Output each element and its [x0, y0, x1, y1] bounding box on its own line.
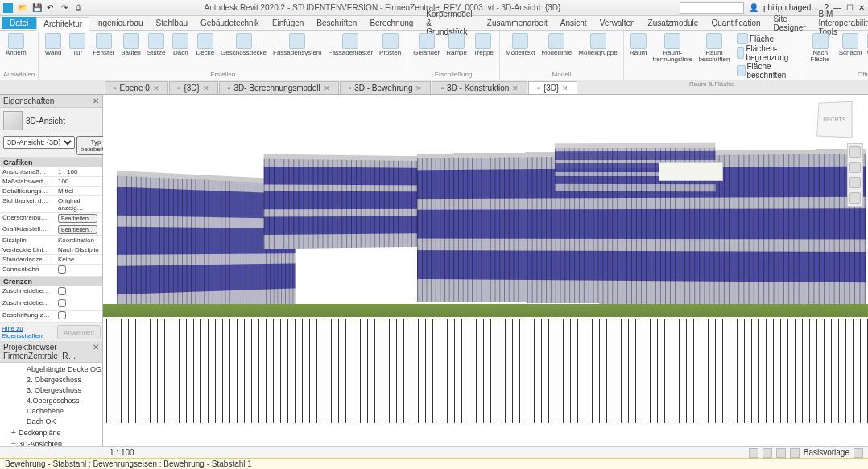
ribbon-tool[interactable]: Modelllinie: [539, 32, 574, 57]
navigation-bar[interactable]: [847, 143, 863, 207]
close-tab-icon[interactable]: ✕: [512, 84, 519, 93]
view-tab[interactable]: ▫{3D}✕: [169, 81, 218, 94]
file-menu[interactable]: Datei: [2, 17, 36, 29]
open-icon[interactable]: 📂: [18, 3, 27, 13]
template-label[interactable]: Basisvorlage: [804, 448, 849, 458]
zoom-icon[interactable]: [849, 177, 861, 188]
property-row[interactable]: Überschreibu…Bearbeiten…: [0, 213, 102, 224]
ribbon-tool[interactable]: Rampe: [444, 32, 469, 57]
tree-node[interactable]: Dach OK: [2, 417, 101, 427]
orbit-icon[interactable]: [849, 192, 861, 204]
ribbon-tool[interactable]: Pfosten: [377, 32, 403, 57]
ribbon-tab[interactable]: Stahlbau: [150, 17, 194, 29]
ribbon-tab[interactable]: Gebäudetechnik: [194, 17, 266, 29]
tree-node[interactable]: 2. Obergeschoss: [2, 375, 101, 385]
property-row[interactable]: Zuschneidebe…: [0, 286, 102, 298]
ribbon-tab[interactable]: Architektur: [36, 17, 89, 31]
tree-node[interactable]: Abgehängte Decke OG1: [2, 364, 101, 375]
ribbon-tool[interactable]: Schacht: [839, 32, 862, 64]
property-row[interactable]: Ansichtsmaß…1 : 100: [0, 167, 102, 177]
properties-help-link[interactable]: Hilfe zu Eigenschaften: [2, 325, 57, 339]
property-row[interactable]: Verdeckte Lini…Nach Disziplin: [0, 245, 102, 255]
ribbon-tool-small[interactable]: Fläche: [737, 33, 774, 44]
ribbon-tab[interactable]: Zusatzmodule: [642, 17, 705, 29]
sun-path-icon[interactable]: [763, 448, 772, 458]
ribbon-tool[interactable]: Wand: [42, 32, 64, 57]
ribbon-tab[interactable]: Berechnung: [363, 17, 420, 29]
ribbon-tab[interactable]: Ansicht: [554, 17, 593, 29]
close-tab-icon[interactable]: ✕: [203, 84, 209, 93]
property-row[interactable]: Maßstabswert…100: [0, 177, 102, 187]
ribbon-tool[interactable]: Nach Fläche: [804, 32, 837, 64]
quick-access-toolbar[interactable]: 📂 💾 ↶ ↷ ⎙: [3, 3, 85, 13]
ribbon-tool-small[interactable]: Fläche beschriften: [737, 62, 794, 80]
user-name[interactable]: philipp.haged…: [763, 3, 820, 12]
ribbon-tab[interactable]: Beschriften: [310, 17, 363, 29]
property-row[interactable]: Detaillierungs…Mittel: [0, 187, 102, 196]
tree-node[interactable]: 4.Obergeschoss: [2, 396, 101, 406]
view-scale[interactable]: 1 : 100: [110, 448, 134, 457]
ribbon-tool[interactable]: Fassadensystem: [271, 32, 324, 57]
ribbon-tab[interactable]: Zusammenarbeit: [481, 17, 554, 29]
instance-selector[interactable]: 3D-Ansicht: {3D}: [3, 136, 75, 149]
print-icon[interactable]: ⎙: [76, 3, 85, 13]
view-tab[interactable]: ▫3D- Berechnungsmodell✕: [219, 81, 339, 94]
ribbon-tool[interactable]: Fenster: [90, 32, 117, 57]
ribbon-tab[interactable]: Ingenieurbau: [89, 17, 149, 29]
redo-icon[interactable]: ↷: [61, 3, 71, 13]
save-icon[interactable]: 💾: [32, 3, 42, 13]
ribbon-tool[interactable]: Geschossdecke: [218, 32, 269, 57]
property-row[interactable]: Grafikdarstell…Bearbeiten…: [0, 224, 102, 236]
crop-icon[interactable]: [790, 448, 800, 458]
user-icon[interactable]: 👤: [749, 3, 758, 12]
ribbon-tool-small[interactable]: Flächen- begrenzung: [737, 44, 794, 62]
property-row[interactable]: DisziplinKoordination: [0, 236, 102, 245]
close-properties-icon[interactable]: ✕: [93, 97, 99, 105]
pan-icon[interactable]: [849, 162, 861, 173]
ribbon-tab[interactable]: Verwalten: [593, 17, 642, 29]
apply-button[interactable]: Anwenden: [57, 325, 101, 339]
ribbon-tool[interactable]: Wand: [864, 32, 868, 64]
3d-viewport[interactable]: RECHTS: [103, 95, 868, 453]
ribbon-tab[interactable]: Quantification: [705, 17, 767, 29]
shadows-icon[interactable]: [776, 448, 786, 458]
project-browser[interactable]: Abgehängte Decke OG12. Obergeschoss3. Ob…: [0, 363, 102, 453]
property-row[interactable]: Standardanzei…Keine: [0, 255, 102, 265]
search-input[interactable]: [680, 2, 744, 14]
property-row[interactable]: Beschriftung z…: [0, 311, 102, 323]
ribbon-tool[interactable]: Raum: [627, 32, 650, 80]
tree-node[interactable]: 3. Obergeschoss: [2, 385, 101, 396]
view-tab[interactable]: ▫Ebene 0✕: [105, 81, 168, 94]
ribbon-tool[interactable]: Tür: [66, 32, 89, 57]
steering-wheel-icon[interactable]: [849, 146, 861, 158]
close-tab-icon[interactable]: ✕: [153, 84, 159, 93]
ribbon-tool[interactable]: Decke: [193, 32, 217, 57]
ribbon-tool[interactable]: Stütze: [145, 32, 168, 57]
view-tab[interactable]: ▫3D - Bewehrung✕: [340, 81, 432, 94]
property-row[interactable]: Sichtbarkeit d…Original anzeig…: [0, 196, 102, 213]
close-tab-icon[interactable]: ✕: [324, 84, 330, 93]
ribbon-tool[interactable]: Bauteil: [118, 32, 143, 57]
view-tab[interactable]: ▫{3D}✕: [528, 81, 577, 94]
ribbon-tool[interactable]: Modelltext: [503, 32, 537, 57]
close-tab-icon[interactable]: ✕: [415, 84, 422, 93]
close-browser-icon[interactable]: ✕: [93, 343, 99, 360]
close-tab-icon[interactable]: ✕: [562, 84, 568, 93]
undo-icon[interactable]: ↶: [47, 3, 56, 13]
tree-node[interactable]: Dachebene: [2, 406, 101, 417]
tree-node[interactable]: +Deckenpläne: [2, 427, 101, 438]
ribbon-tool[interactable]: Raum-trennungslinie: [651, 32, 694, 80]
ribbon-tool[interactable]: Modellgruppe: [576, 32, 619, 57]
ribbon-tool[interactable]: Dach: [169, 32, 192, 57]
property-row[interactable]: Zuschneidebe…: [0, 298, 102, 311]
ribbon-tool[interactable]: Fassadenraster: [326, 32, 376, 57]
ribbon-tool[interactable]: Geländer: [411, 32, 442, 57]
view-cube[interactable]: RECHTS: [816, 101, 852, 138]
view-tab[interactable]: ▫3D - Konstruktion✕: [432, 81, 527, 94]
visual-style-icon[interactable]: [749, 448, 758, 458]
ribbon-tab[interactable]: Einfügen: [266, 17, 310, 29]
ribbon-tool[interactable]: Treppe: [471, 32, 496, 57]
property-row[interactable]: Sonnenbahn: [0, 265, 102, 277]
ribbon-tool[interactable]: Raum beschriften: [696, 32, 733, 80]
filter-icon[interactable]: [854, 448, 863, 458]
